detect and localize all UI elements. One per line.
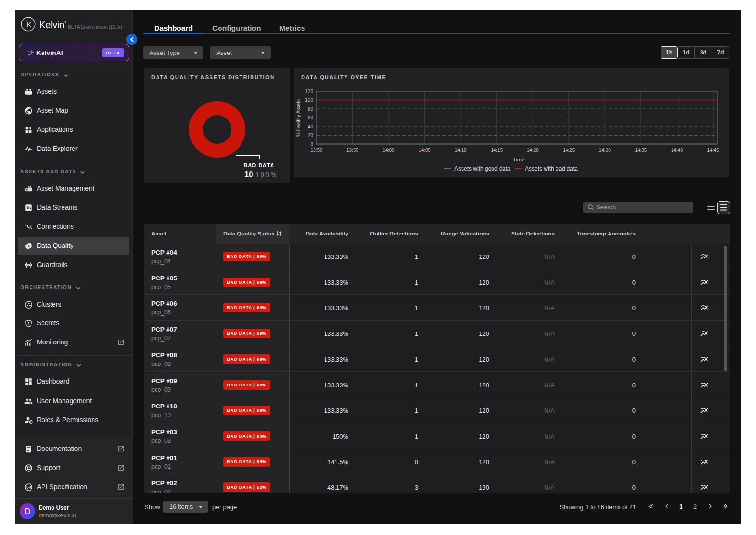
- svg-text:Assets with good data: Assets with good data: [454, 165, 511, 172]
- svg-text:80: 80: [308, 107, 314, 112]
- svg-text:0: 0: [310, 142, 313, 147]
- svg-text:14:40: 14:40: [671, 148, 683, 153]
- svg-text:BAD DATA: BAD DATA: [244, 162, 274, 168]
- svg-text:14:25: 14:25: [563, 148, 575, 153]
- svg-text:13:50: 13:50: [310, 148, 322, 153]
- svg-text:14:05: 14:05: [419, 148, 430, 153]
- svg-text:13:55: 13:55: [346, 148, 358, 153]
- svg-text:14:30: 14:30: [599, 148, 611, 153]
- svg-text:10 100%: 10 100%: [244, 170, 278, 179]
- svg-text:40: 40: [308, 124, 314, 129]
- svg-text:120: 120: [305, 89, 313, 94]
- svg-text:14:00: 14:00: [383, 148, 395, 153]
- svg-text:14:15: 14:15: [491, 148, 503, 153]
- svg-text:14:45: 14:45: [707, 148, 719, 153]
- svg-text:100: 100: [305, 97, 313, 103]
- svg-text:% Healthy Assets: % Healthy Assets: [296, 99, 301, 137]
- svg-text:14:10: 14:10: [455, 148, 467, 153]
- svg-text:20: 20: [308, 133, 314, 138]
- svg-text:14:20: 14:20: [527, 148, 539, 153]
- svg-text:Assets with bad data: Assets with bad data: [525, 165, 578, 172]
- svg-text:60: 60: [308, 115, 314, 120]
- svg-text:K: K: [27, 21, 32, 29]
- svg-text:Time: Time: [513, 157, 525, 162]
- svg-text:14:35: 14:35: [635, 148, 647, 153]
